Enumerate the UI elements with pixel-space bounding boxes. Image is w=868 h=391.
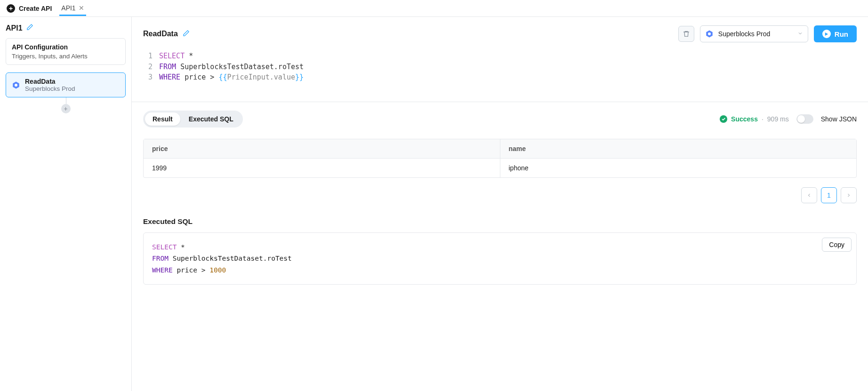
status-badge: Success · 909 ms bbox=[720, 115, 789, 123]
chevron-down-icon bbox=[797, 30, 803, 38]
run-label: Run bbox=[835, 30, 848, 38]
run-button[interactable]: Run bbox=[814, 25, 857, 42]
create-api-label: Create API bbox=[19, 5, 52, 12]
config-sub: Triggers, Inputs, and Alerts bbox=[12, 53, 120, 60]
result-table: price name 1999 iphone bbox=[143, 139, 857, 178]
add-step-button[interactable]: + bbox=[61, 104, 71, 113]
step-readdata[interactable]: ReadData Superblocks Prod bbox=[6, 72, 126, 97]
close-icon[interactable]: ✕ bbox=[79, 4, 84, 12]
datasource-icon bbox=[12, 81, 20, 89]
api-config-card[interactable]: API Configuration Triggers, Inputs, and … bbox=[6, 38, 126, 65]
line-number: 2 bbox=[143, 62, 153, 72]
line-number: 1 bbox=[143, 51, 153, 62]
svg-marker-4 bbox=[825, 32, 828, 35]
tab-api1[interactable]: API1 ✕ bbox=[59, 0, 86, 16]
plus-icon: + bbox=[7, 4, 15, 13]
show-json-label: Show JSON bbox=[821, 115, 857, 123]
prev-page-button[interactable] bbox=[801, 187, 817, 203]
step-datasource: Superblocks Prod bbox=[25, 85, 75, 92]
status-separator: · bbox=[762, 115, 764, 123]
edit-api-icon[interactable] bbox=[26, 24, 33, 32]
datasource-select[interactable]: Superblocks Prod bbox=[700, 25, 808, 42]
sql-editor[interactable]: 1 SELECT * 2 FROM SuperblocksTestDataset… bbox=[132, 46, 868, 102]
show-json-toggle[interactable] bbox=[796, 114, 813, 124]
step-name: ReadData bbox=[25, 78, 75, 85]
tab-label: API1 bbox=[61, 4, 75, 12]
executed-sql-box: Copy SELECT * FROM SuperblocksTestDatase… bbox=[143, 232, 857, 285]
tab-executed-sql[interactable]: Executed SQL bbox=[181, 112, 241, 126]
cell-price: 1999 bbox=[144, 159, 500, 177]
svg-point-1 bbox=[15, 84, 17, 87]
cell-name: iphone bbox=[500, 159, 857, 177]
create-api-button[interactable]: + Create API bbox=[7, 4, 52, 13]
next-page-button[interactable] bbox=[841, 187, 857, 203]
delete-button[interactable] bbox=[678, 26, 694, 42]
tab-result[interactable]: Result bbox=[145, 112, 180, 126]
col-name: name bbox=[500, 139, 857, 158]
status-label: Success bbox=[731, 115, 758, 123]
page-1-button[interactable]: 1 bbox=[821, 187, 837, 203]
executed-sql-title: Executed SQL bbox=[143, 217, 857, 226]
datasource-value: Superblocks Prod bbox=[718, 30, 771, 38]
datasource-icon bbox=[705, 30, 714, 38]
api-title: API1 bbox=[6, 24, 23, 32]
edit-step-icon[interactable] bbox=[183, 30, 190, 39]
check-icon bbox=[720, 115, 727, 123]
play-icon bbox=[822, 30, 831, 38]
step-title: ReadData bbox=[143, 30, 178, 38]
result-tab-group: Result Executed SQL bbox=[143, 111, 243, 128]
table-row: 1999 iphone bbox=[144, 159, 856, 177]
svg-point-3 bbox=[708, 32, 711, 35]
copy-button[interactable]: Copy bbox=[822, 238, 852, 252]
line-number: 3 bbox=[143, 72, 153, 83]
col-price: price bbox=[144, 139, 500, 158]
status-time: 909 ms bbox=[767, 115, 789, 123]
config-title: API Configuration bbox=[12, 43, 120, 51]
